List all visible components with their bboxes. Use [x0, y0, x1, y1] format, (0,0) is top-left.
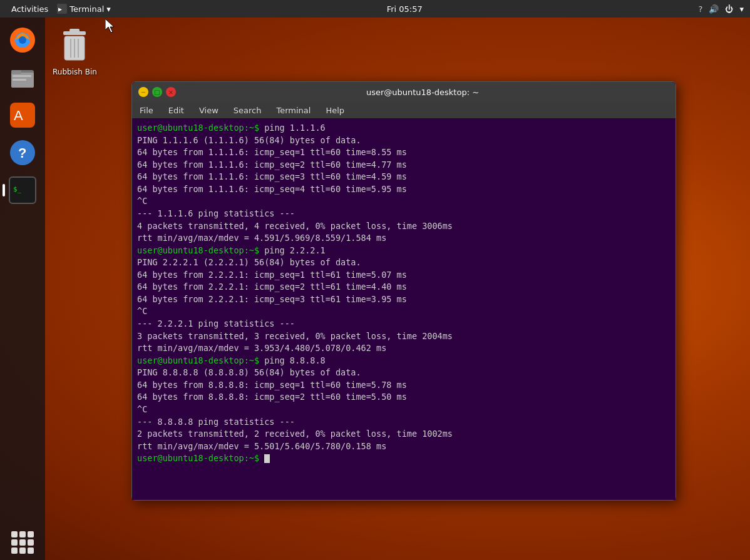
terminal-line: rtt min/avg/max/mdev = 3.953/4.480/5.078… [137, 342, 670, 355]
menu-edit[interactable]: Edit [166, 106, 187, 115]
terminal-line: 2 packets transmitted, 2 received, 0% pa… [137, 428, 670, 440]
volume-icon[interactable]: 🔊 [709, 4, 719, 14]
desktop-icons-area: Rubbish Bin [50, 25, 100, 79]
terminal-line: user@ubuntu18-desktop:~$ ping 1.1.1.6 [137, 122, 670, 135]
terminal-line: 64 bytes from 2.2.2.1: icmp_seq=1 ttl=61… [137, 269, 670, 282]
menu-file[interactable]: File [137, 106, 156, 115]
topbar-right: ? 🔊 ⏻ ▾ [699, 4, 744, 14]
question-icon[interactable]: ? [699, 4, 703, 14]
dock-item-software[interactable]: A [6, 99, 39, 131]
terminal-title: user@ubuntu18-desktop: ~ [176, 88, 669, 97]
rubbish-bin-svg [58, 28, 91, 65]
terminal-line: 64 bytes from 1.1.1.6: icmp_seq=1 ttl=60… [137, 146, 670, 159]
menu-search[interactable]: Search [231, 106, 264, 115]
terminal-line: rtt min/avg/max/mdev = 5.501/5.640/5.780… [137, 440, 670, 453]
svg-rect-9 [13, 79, 26, 81]
menu-help[interactable]: Help [323, 106, 347, 115]
dock-item-files[interactable] [6, 61, 39, 94]
terminal-line: 64 bytes from 1.1.1.6: icmp_seq=4 ttl=60… [137, 183, 670, 196]
svg-text:?: ? [18, 145, 26, 161]
terminal-content[interactable]: user@ubuntu18-desktop:~$ ping 1.1.1.6PIN… [132, 118, 676, 500]
topbar: Activities ▶ Terminal ▾ Fri 05:57 ? 🔊 ⏻ … [0, 0, 750, 18]
terminal-menubar: File Edit View Search Terminal Help [132, 102, 676, 118]
terminal-line: --- 1.1.1.6 ping statistics --- [137, 208, 670, 220]
menu-terminal[interactable]: Terminal [274, 106, 313, 115]
help-icon: ? [9, 139, 36, 166]
rubbish-bin-label: Rubbish Bin [53, 68, 97, 76]
svg-text:▶: ▶ [58, 6, 62, 13]
terminal-line: --- 8.8.8.8 ping statistics --- [137, 416, 670, 429]
terminal-line: PING 8.8.8.8 (8.8.8.8) 56(84) bytes of d… [137, 367, 670, 379]
dock-item-terminal[interactable]: $_ [6, 174, 39, 206]
terminal-topbar-icon: ▶ [57, 4, 67, 14]
terminal-line: 64 bytes from 2.2.2.1: icmp_seq=2 ttl=61… [137, 281, 670, 293]
maximize-button[interactable]: □ [152, 87, 162, 97]
minimize-button[interactable]: − [138, 87, 148, 97]
terminal-line: user@ubuntu18-desktop:~$ [137, 452, 670, 465]
svg-rect-8 [13, 75, 31, 77]
terminal-app-menu[interactable]: ▶ Terminal ▾ [57, 4, 110, 14]
terminal-prompt-icon: $_ [11, 181, 34, 199]
system-dropdown-arrow[interactable]: ▾ [739, 4, 744, 14]
topbar-left: Activities ▶ Terminal ▾ [6, 4, 111, 14]
menu-view[interactable]: View [197, 106, 221, 115]
terminal-line: 64 bytes from 2.2.2.1: icmp_seq=3 ttl=61… [137, 293, 670, 306]
software-icon: A [9, 101, 36, 129]
window-controls: − □ × [138, 87, 176, 97]
svg-text:$_: $_ [13, 185, 22, 193]
terminal-line: user@ubuntu18-desktop:~$ ping 2.2.2.1 [137, 245, 670, 257]
terminal-app-label: Terminal [69, 4, 104, 14]
terminal-line: ^C [137, 404, 670, 416]
terminal-line: rtt min/avg/max/mdev = 4.591/5.969/8.559… [137, 232, 670, 245]
svg-text:A: A [14, 108, 23, 123]
svg-point-4 [19, 36, 26, 44]
terminal-cursor [264, 454, 270, 463]
terminal-window: − □ × user@ubuntu18-desktop: ~ File Edit… [131, 81, 676, 501]
power-icon[interactable]: ⏻ [725, 4, 733, 14]
topbar-datetime: Fri 05:57 [387, 4, 423, 14]
apps-grid-button[interactable] [11, 531, 34, 554]
terminal-line: 64 bytes from 1.1.1.6: icmp_seq=3 ttl=60… [137, 171, 670, 183]
terminal-dock-icon: $_ [9, 176, 36, 204]
dock: A ? $_ [0, 18, 45, 560]
files-icon [9, 64, 36, 91]
activities-button[interactable]: Activities [6, 4, 53, 14]
terminal-line: 64 bytes from 1.1.1.6: icmp_seq=2 ttl=60… [137, 159, 670, 171]
terminal-line: PING 1.1.1.6 (1.1.1.6) 56(84) bytes of d… [137, 135, 670, 147]
apps-grid-icon [11, 531, 34, 554]
terminal-dropdown-arrow: ▾ [106, 4, 111, 14]
terminal-line: 64 bytes from 8.8.8.8: icmp_seq=1 ttl=60… [137, 379, 670, 392]
rubbish-bin-icon[interactable]: Rubbish Bin [50, 25, 100, 79]
terminal-line: ^C [137, 195, 670, 208]
terminal-line: 3 packets transmitted, 3 received, 0% pa… [137, 330, 670, 343]
close-button[interactable]: × [166, 87, 176, 97]
dock-item-help[interactable]: ? [6, 136, 39, 169]
svg-rect-7 [11, 70, 21, 74]
terminal-line: 64 bytes from 8.8.8.8: icmp_seq=2 ttl=60… [137, 391, 670, 404]
svg-rect-17 [69, 29, 80, 33]
terminal-line: PING 2.2.2.1 (2.2.2.1) 56(84) bytes of d… [137, 257, 670, 269]
terminal-line: user@ubuntu18-desktop:~$ ping 8.8.8.8 [137, 355, 670, 367]
terminal-titlebar: − □ × user@ubuntu18-desktop: ~ [132, 82, 676, 102]
firefox-icon [9, 26, 36, 54]
terminal-line: 4 packets transmitted, 4 received, 0% pa… [137, 220, 670, 233]
terminal-line: --- 2.2.2.1 ping statistics --- [137, 318, 670, 330]
terminal-line: ^C [137, 305, 670, 318]
dock-item-firefox[interactable] [6, 24, 39, 56]
